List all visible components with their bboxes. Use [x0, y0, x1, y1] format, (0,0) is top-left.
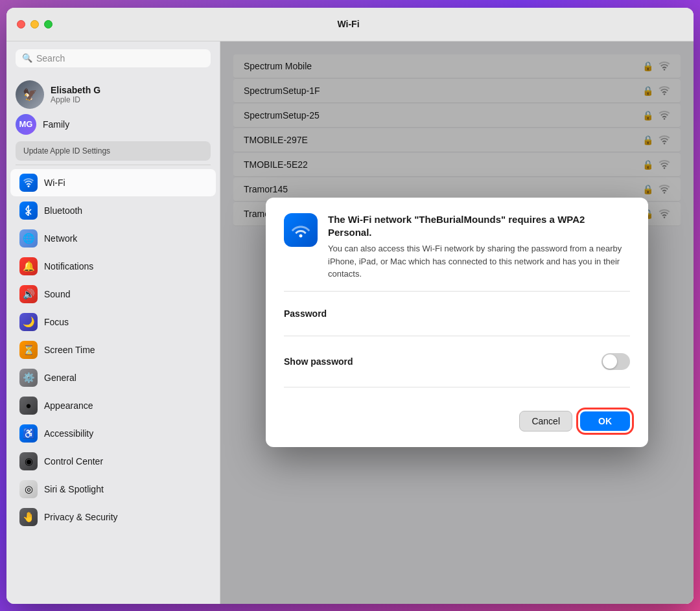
screentime-icon: ⏳ [19, 341, 38, 359]
user-subtitle: Apple ID [51, 95, 100, 104]
dialog-divider-1 [284, 291, 630, 292]
ok-button[interactable]: OK [580, 411, 630, 431]
sidebar: 🔍 Search 🦅 Elisabeth G Apple ID MG Famil… [6, 41, 220, 604]
sidebar-item-wifi[interactable]: Wi-Fi [10, 169, 216, 196]
system-preferences-window: Wi-Fi 🔍 Search 🦅 Elisabeth G Apple ID MG [6, 8, 694, 604]
dialog-divider-2 [284, 336, 630, 336]
update-banner[interactable]: Update Apple ID Settings [16, 141, 211, 161]
window-title: Wi-Fi [52, 19, 644, 29]
sidebar-item-controlcenter[interactable]: ◉Control Center [10, 448, 216, 475]
show-password-toggle[interactable] [601, 353, 630, 370]
sidebar-divider [16, 165, 211, 165]
password-label: Password [284, 308, 630, 319]
avatar-image: 🦅 [16, 80, 44, 109]
sidebar-label-network: Network [44, 233, 77, 244]
sidebar-label-wifi: Wi-Fi [44, 178, 65, 188]
dialog-divider-3 [284, 387, 630, 387]
dialog-wifi-icon [284, 213, 318, 247]
sidebar-item-appearance[interactable]: ●Appearance [10, 392, 216, 419]
sidebar-item-siri[interactable]: ◎Siri & Spotlight [10, 476, 216, 503]
family-section[interactable]: MG Family [6, 111, 220, 137]
network-icon: 🌐 [19, 229, 38, 248]
search-placeholder: Search [36, 53, 65, 63]
traffic-lights [17, 20, 52, 29]
dialog-body: Password Show password [266, 291, 648, 387]
main-content: Spectrum Mobile 🔒 SpectrumSetup-1F 🔒 Spe… [220, 41, 694, 604]
sidebar-item-notifications[interactable]: 🔔Notifications [10, 253, 216, 280]
sidebar-item-general[interactable]: ⚙️General [10, 364, 216, 391]
appearance-icon: ● [19, 397, 38, 415]
sidebar-item-sound[interactable]: 🔊Sound [10, 281, 216, 308]
user-profile[interactable]: 🦅 Elisabeth G Apple ID [6, 75, 220, 111]
sidebar-label-general: General [44, 373, 76, 383]
close-button[interactable] [17, 20, 25, 29]
sound-icon: 🔊 [19, 285, 38, 303]
privacy-icon: 🤚 [19, 508, 38, 526]
svg-point-0 [28, 185, 30, 187]
sidebar-label-siri: Siri & Spotlight [44, 484, 104, 494]
siri-icon: ◎ [19, 480, 38, 498]
bluetooth-icon [19, 202, 38, 220]
sidebar-label-bluetooth: Bluetooth [44, 205, 82, 216]
search-bar[interactable]: 🔍 Search [16, 49, 211, 67]
sidebar-item-bluetooth[interactable]: Bluetooth [10, 197, 216, 224]
sidebar-item-focus[interactable]: 🌙Focus [10, 308, 216, 336]
sidebar-label-notifications: Notifications [44, 261, 93, 271]
focus-icon: 🌙 [19, 313, 38, 331]
sidebar-item-accessibility[interactable]: ♿Accessibility [10, 420, 216, 447]
sidebar-nav: Wi-FiBluetooth🌐Network🔔Notifications🔊Sou… [6, 169, 220, 531]
dialog-header: The Wi-Fi network "TheBurialMounds" requ… [266, 198, 648, 281]
titlebar: Wi-Fi [6, 8, 694, 41]
sidebar-label-privacy: Privacy & Security [44, 512, 118, 522]
sidebar-label-focus: Focus [44, 317, 69, 327]
accessibility-icon: ♿ [19, 424, 38, 443]
dialog-footer: Cancel OK [266, 398, 648, 447]
dialog-description: You can also access this Wi-Fi network b… [328, 242, 630, 281]
family-label: Family [43, 119, 69, 130]
general-icon: ⚙️ [19, 369, 38, 387]
sidebar-label-screentime: Screen Time [44, 345, 95, 355]
sidebar-label-sound: Sound [44, 289, 70, 299]
wifi-icon [19, 174, 38, 192]
user-info: Elisabeth G Apple ID [51, 85, 100, 104]
password-field: Password [284, 302, 630, 325]
sidebar-item-privacy[interactable]: 🤚Privacy & Security [10, 503, 216, 531]
avatar: 🦅 [16, 80, 44, 109]
notifications-icon: 🔔 [19, 257, 38, 275]
dialog-text: The Wi-Fi network "TheBurialMounds" requ… [328, 213, 630, 281]
search-icon: 🔍 [22, 53, 32, 63]
maximize-button[interactable] [44, 20, 52, 29]
dialog-title: The Wi-Fi network "TheBurialMounds" requ… [328, 213, 630, 238]
sidebar-item-screentime[interactable]: ⏳Screen Time [10, 336, 216, 363]
sidebar-label-accessibility: Accessibility [44, 428, 93, 439]
show-password-label: Show password [284, 356, 353, 367]
user-name: Elisabeth G [51, 85, 100, 95]
wifi-password-dialog: The Wi-Fi network "TheBurialMounds" requ… [266, 198, 648, 447]
dialog-overlay: The Wi-Fi network "TheBurialMounds" requ… [220, 41, 694, 604]
controlcenter-icon: ◉ [19, 452, 38, 470]
sidebar-item-network[interactable]: 🌐Network [10, 225, 216, 252]
sidebar-label-controlcenter: Control Center [44, 456, 103, 467]
cancel-button[interactable]: Cancel [519, 411, 572, 432]
toggle-knob [603, 354, 617, 369]
minimize-button[interactable] [30, 20, 39, 29]
sidebar-label-appearance: Appearance [44, 400, 93, 411]
family-avatar: MG [16, 114, 36, 135]
show-password-row: Show password [284, 347, 630, 376]
